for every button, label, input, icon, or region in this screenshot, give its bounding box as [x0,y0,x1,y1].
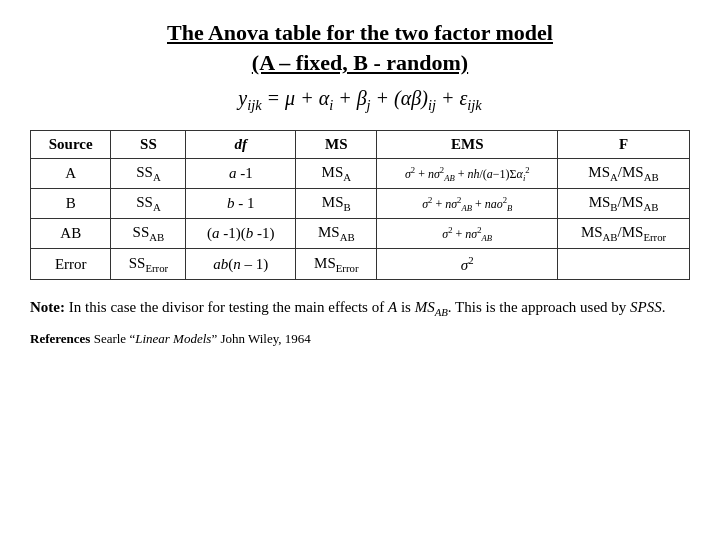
cell-df: (a -1)(b -1) [186,219,296,249]
page-title: The Anova table for the two factor model… [30,18,690,77]
cell-ems: σ2 + nσ2AB + nao2B [377,189,558,219]
cell-source: A [31,159,111,189]
col-header-ss: SS [111,131,186,159]
cell-source: B [31,189,111,219]
cell-ms: MSB [296,189,377,219]
table-row: Error SSError ab(n – 1) MSError σ2 [31,249,690,280]
formula-area: yijk = μ + αi + βj + (αβ)ij + εijk [30,85,690,114]
cell-ems: σ2 + nσ2AB + nh/(a−1)Σαi2 [377,159,558,189]
cell-ms: MSAB [296,219,377,249]
reference-italic: Linear Models [135,331,211,346]
cell-ss: SSAB [111,219,186,249]
col-header-f: F [558,131,690,159]
title-line1: The Anova table for the two factor model [167,20,553,45]
cell-f: MSA/MSAB [558,159,690,189]
table-header-row: Source SS df MS EMS F [31,131,690,159]
cell-source: AB [31,219,111,249]
table-row: A SSA a -1 MSA σ2 + nσ2AB + nh/(a−1)Σαi2… [31,159,690,189]
formula-text: yijk = μ + αi + βj + (αβ)ij + εijk [238,87,481,109]
anova-table: Source SS df MS EMS F A SSA a -1 MSA σ2 … [30,130,690,280]
table-row: B SSA b - 1 MSB σ2 + nσ2AB + nao2B MSB/M… [31,189,690,219]
table-row: AB SSAB (a -1)(b -1) MSAB σ2 + nσ2AB MSA… [31,219,690,249]
references-label: References [30,331,90,346]
cell-ms: MSA [296,159,377,189]
cell-ss: SSA [111,159,186,189]
note-text: In this case the divisor for testing the… [69,299,666,315]
cell-ms: MSError [296,249,377,280]
reference-detail: Searle “Linear Models” John Wiley, 1964 [90,331,310,346]
cell-df: a -1 [186,159,296,189]
note-section: Note: In this case the divisor for testi… [30,296,690,320]
col-header-ems: EMS [377,131,558,159]
cell-ems: σ2 + nσ2AB [377,219,558,249]
col-header-df: df [186,131,296,159]
cell-df: ab(n – 1) [186,249,296,280]
cell-f: MSAB/MSError [558,219,690,249]
note-label: Note: [30,299,65,315]
title-line2: (A – fixed, B - random) [252,50,468,75]
cell-f: MSB/MSAB [558,189,690,219]
cell-ss: SSError [111,249,186,280]
col-header-source: Source [31,131,111,159]
cell-ems: σ2 [377,249,558,280]
cell-df: b - 1 [186,189,296,219]
col-header-ms: MS [296,131,377,159]
references-section: References Searle “Linear Models” John W… [30,331,690,347]
cell-source: Error [31,249,111,280]
cell-ss: SSA [111,189,186,219]
cell-f [558,249,690,280]
